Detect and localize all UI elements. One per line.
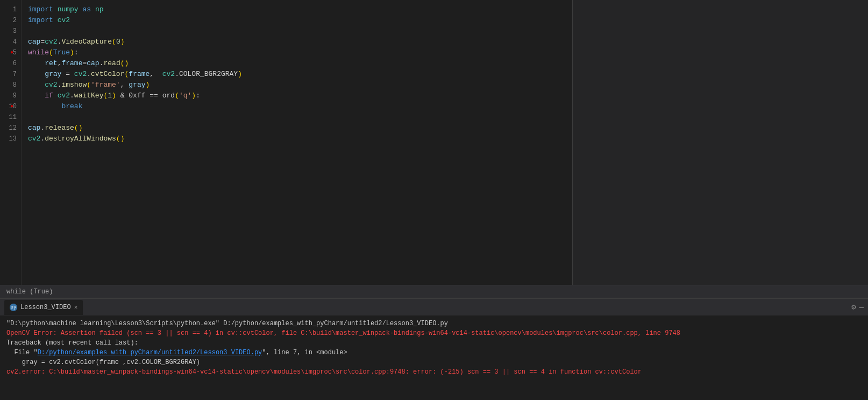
status-text: while (True): [6, 288, 53, 296]
code-line-2: import cv2: [28, 15, 572, 26]
python-icon: py: [10, 304, 17, 311]
minimize-icon[interactable]: —: [859, 303, 864, 312]
terminal-output: "D:\python\machine learning\Lesson3\Scri…: [0, 315, 868, 400]
settings-icon[interactable]: ⚙: [851, 303, 856, 312]
terminal-line: Traceback (most recent call last):: [6, 338, 862, 348]
line-num-8[interactable]: 8: [0, 80, 17, 90]
terminal-tabs: py Lesson3_VIDEO ✕ ⚙ —: [0, 298, 868, 315]
line-num-13[interactable]: 13: [0, 134, 17, 144]
code-line-10: break: [28, 101, 572, 112]
terminal-container: py Lesson3_VIDEO ✕ ⚙ — "D:\python\machin…: [0, 298, 868, 400]
line-num-9[interactable]: 9: [0, 90, 17, 101]
editor-area: 12345678910111213 import numpy as npimpo…: [0, 0, 868, 285]
terminal-line: File "D:/python/examples_with_pyCharm/un…: [6, 348, 862, 357]
line-num-12[interactable]: 12: [0, 123, 17, 134]
terminal-line: OpenCV Error: Assertion failed (scn == 3…: [6, 328, 862, 338]
status-bar: while (True): [0, 285, 868, 298]
code-line-7: gray = cv2.cvtColor(frame, cv2.COLOR_BGR…: [28, 69, 572, 80]
line-num-11[interactable]: 11: [0, 112, 17, 123]
code-line-12: cap.release(): [28, 123, 572, 134]
code-area[interactable]: import numpy as npimport cv2 cap=cv2.Vid…: [22, 0, 572, 285]
line-num-6[interactable]: 6: [0, 58, 17, 69]
code-line-6: ret,frame=cap.read(): [28, 58, 572, 69]
code-line-9: if cv2.waitKey(1) & 0xff == ord('q'):: [28, 90, 572, 101]
right-panel: [572, 0, 868, 285]
terminal-file-link[interactable]: D:/python/examples_with_pyCharm/untitled…: [38, 349, 262, 356]
terminal-tab-actions: ⚙ —: [851, 303, 864, 312]
code-line-3: [28, 26, 572, 37]
code-line-1: import numpy as np: [28, 4, 572, 15]
code-line-11: [28, 112, 572, 123]
terminal-line: "D:\python\machine learning\Lesson3\Scri…: [6, 319, 862, 328]
code-line-8: cv2.imshow('frame', gray): [28, 80, 572, 90]
code-line-5: while(True):: [28, 47, 572, 58]
code-line-13: cv2.destroyAllWindows(): [28, 134, 572, 144]
line-num-3[interactable]: 3: [0, 26, 17, 37]
line-numbers: 12345678910111213: [0, 0, 22, 285]
line-num-5[interactable]: 5: [0, 47, 17, 58]
line-num-7[interactable]: 7: [0, 69, 17, 80]
line-num-4[interactable]: 4: [0, 37, 17, 47]
close-tab-button[interactable]: ✕: [74, 304, 78, 311]
line-num-10[interactable]: 10: [0, 101, 17, 112]
line-num-1[interactable]: 1: [0, 4, 17, 15]
code-line-4: cap=cv2.VideoCapture(0): [28, 37, 572, 47]
terminal-tab-label: Lesson3_VIDEO: [20, 304, 71, 311]
line-num-2[interactable]: 2: [0, 15, 17, 26]
terminal-line: gray = cv2.cvtColor(frame ,cv2.COLOR_BGR…: [6, 357, 862, 367]
terminal-line: cv2.error: C:\build\master_winpack-bindi…: [6, 367, 862, 377]
terminal-tab[interactable]: py Lesson3_VIDEO ✕: [4, 300, 83, 315]
